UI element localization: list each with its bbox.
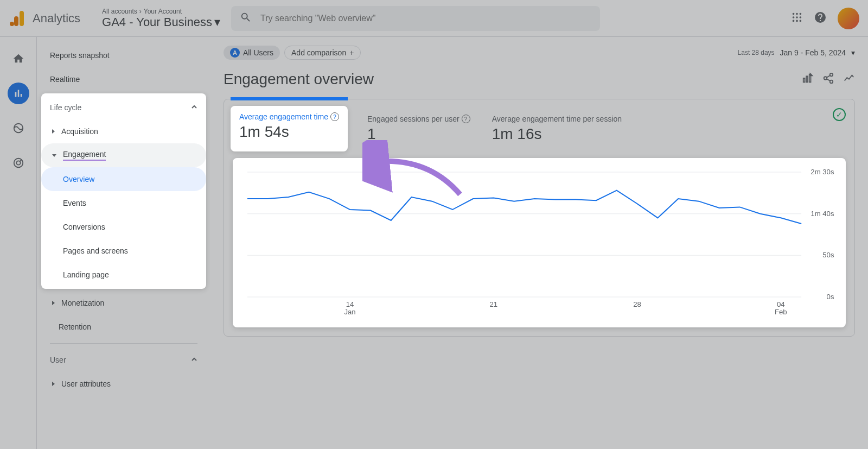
chip-all-users[interactable]: A All Users bbox=[224, 46, 280, 60]
svg-text:04: 04 bbox=[777, 301, 785, 308]
search-icon bbox=[240, 11, 252, 26]
add-comparison-button[interactable]: Add comparison + bbox=[284, 46, 361, 60]
sidebar-engagement-conversions[interactable]: Conversions bbox=[41, 215, 206, 239]
help-icon[interactable]: ? bbox=[462, 115, 470, 123]
property-dropdown[interactable]: GA4 - Your Business ▾ bbox=[102, 15, 220, 29]
svg-point-8 bbox=[800, 16, 802, 18]
app-header: Analytics All accounts › Your Account GA… bbox=[0, 0, 868, 37]
sidebar-acquisition[interactable]: Acquisition bbox=[41, 119, 206, 143]
svg-rect-15 bbox=[803, 78, 805, 82]
sidebar-engagement[interactable]: Engagement bbox=[41, 143, 206, 167]
rail-explore-icon[interactable] bbox=[8, 117, 29, 139]
chevron-up-icon bbox=[191, 103, 197, 112]
engagement-chart: 0s50s1m 40s2m 30s14Jan212804Feb bbox=[233, 158, 846, 327]
date-range-picker[interactable]: Last 28 days Jan 9 - Feb 5, 2024 ▾ bbox=[738, 48, 855, 57]
sidebar-user-header[interactable]: User bbox=[41, 348, 206, 372]
line-chart: 0s50s1m 40s2m 30s14Jan212804Feb bbox=[241, 167, 837, 319]
insights-icon[interactable] bbox=[843, 72, 855, 86]
status-check-icon[interactable]: ✓ bbox=[833, 108, 846, 121]
svg-rect-1 bbox=[14, 16, 18, 26]
breadcrumb-account: Your Account bbox=[144, 8, 182, 15]
sidebar-divider bbox=[50, 343, 197, 344]
product-name: Analytics bbox=[33, 11, 80, 26]
sidebar-monetization[interactable]: Monetization bbox=[41, 291, 206, 315]
user-avatar[interactable] bbox=[838, 8, 859, 29]
sidebar-retention[interactable]: Retention bbox=[41, 315, 206, 339]
metric-avg-engagement[interactable]: Average engagement time? 1m 54s bbox=[231, 106, 348, 151]
logo-section: Analytics bbox=[9, 9, 80, 28]
chevron-down-icon: ▾ bbox=[214, 15, 220, 29]
sidebar-lifecycle-header[interactable]: Life cycle bbox=[41, 96, 206, 119]
engagement-card: Average engagement time? 1m 54s Engaged … bbox=[224, 99, 855, 337]
svg-point-11 bbox=[800, 20, 802, 22]
svg-point-2 bbox=[10, 22, 14, 26]
plus-icon: + bbox=[349, 48, 354, 57]
svg-point-7 bbox=[796, 16, 798, 18]
svg-text:14: 14 bbox=[346, 301, 354, 308]
chevron-up-icon bbox=[191, 356, 197, 364]
metric-avg-per-session[interactable]: Average engagement time per session 1m 1… bbox=[492, 108, 622, 149]
svg-point-5 bbox=[800, 12, 802, 15]
sidebar-engagement-events[interactable]: Events bbox=[41, 191, 206, 215]
svg-point-10 bbox=[796, 20, 798, 22]
main-content: A All Users Add comparison + Last 28 day… bbox=[210, 37, 868, 449]
help-icon[interactable] bbox=[814, 11, 827, 26]
svg-text:Jan: Jan bbox=[344, 309, 355, 316]
svg-text:21: 21 bbox=[489, 301, 497, 308]
sidebar-engagement-overview[interactable]: Overview bbox=[41, 167, 206, 191]
rail-advertising-icon[interactable] bbox=[8, 152, 29, 174]
search-box[interactable] bbox=[231, 6, 600, 31]
header-actions bbox=[791, 8, 859, 29]
sidebar-user-attributes[interactable]: User attributes bbox=[41, 372, 206, 396]
metric-engaged-sessions[interactable]: Engaged sessions per user? 1 bbox=[367, 108, 470, 149]
chevron-down-icon: ▾ bbox=[851, 48, 855, 57]
reports-sidebar: Reports snapshot Realtime Life cycle Acq… bbox=[37, 37, 210, 449]
svg-text:2m 30s: 2m 30s bbox=[810, 169, 834, 176]
sidebar-reports-snapshot[interactable]: Reports snapshot bbox=[41, 43, 206, 67]
chip-badge-a: A bbox=[230, 48, 240, 58]
chevron-right-icon: › bbox=[139, 8, 142, 15]
svg-point-18 bbox=[830, 73, 833, 77]
svg-point-9 bbox=[793, 20, 795, 22]
svg-text:50s: 50s bbox=[822, 252, 834, 259]
page-title-row: Engagement overview bbox=[224, 71, 855, 88]
customize-report-icon[interactable] bbox=[802, 72, 814, 86]
sidebar-realtime[interactable]: Realtime bbox=[41, 67, 206, 91]
svg-point-20 bbox=[830, 80, 833, 84]
triangle-right-icon bbox=[52, 301, 55, 305]
svg-point-14 bbox=[16, 161, 20, 165]
svg-point-6 bbox=[793, 16, 795, 18]
triangle-down-icon bbox=[52, 154, 56, 157]
search-input[interactable] bbox=[260, 14, 591, 23]
triangle-right-icon bbox=[52, 129, 55, 134]
rail-reports-icon[interactable] bbox=[8, 83, 29, 104]
svg-text:Feb: Feb bbox=[775, 309, 787, 316]
title-actions bbox=[802, 72, 855, 86]
page-title: Engagement overview bbox=[224, 71, 374, 88]
svg-point-4 bbox=[796, 12, 798, 15]
metric-tabs: Average engagement time? 1m 54s Engaged … bbox=[224, 99, 854, 149]
sidebar-lifecycle-group: Life cycle Acquisition Engagement Overvi… bbox=[41, 93, 206, 289]
account-selector[interactable]: All accounts › Your Account GA4 - Your B… bbox=[102, 8, 220, 29]
toolbar: A All Users Add comparison + Last 28 day… bbox=[224, 46, 855, 60]
triangle-right-icon bbox=[52, 382, 55, 386]
help-icon[interactable]: ? bbox=[330, 112, 339, 121]
svg-text:1m 40s: 1m 40s bbox=[810, 210, 834, 217]
left-rail bbox=[0, 37, 37, 449]
breadcrumb-all: All accounts bbox=[102, 8, 137, 15]
svg-point-19 bbox=[824, 77, 827, 80]
svg-rect-0 bbox=[20, 11, 24, 26]
breadcrumb: All accounts › Your Account bbox=[102, 8, 220, 15]
ga-logo-icon bbox=[9, 9, 28, 28]
share-icon[interactable] bbox=[822, 72, 834, 86]
apps-icon[interactable] bbox=[791, 11, 803, 26]
comparison-chips: A All Users Add comparison + bbox=[224, 46, 361, 60]
property-name: GA4 - Your Business bbox=[102, 15, 212, 29]
svg-text:0s: 0s bbox=[827, 294, 834, 301]
sidebar-engagement-landing[interactable]: Landing page bbox=[41, 263, 206, 287]
sidebar-engagement-pages[interactable]: Pages and screens bbox=[41, 239, 206, 263]
svg-rect-16 bbox=[806, 76, 808, 82]
rail-home-icon[interactable] bbox=[8, 48, 29, 69]
svg-point-3 bbox=[793, 12, 795, 15]
svg-text:28: 28 bbox=[633, 301, 641, 308]
